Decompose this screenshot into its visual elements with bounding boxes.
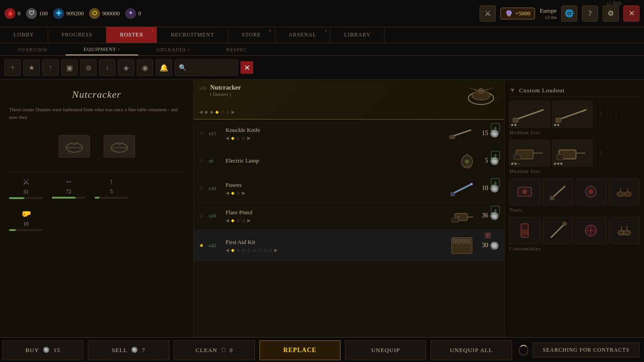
consumable-slot-4[interactable] — [609, 217, 640, 244]
clear-search-button[interactable]: ✕ — [240, 61, 253, 74]
consumable-slot-1[interactable] — [509, 217, 540, 244]
help-icon-btn[interactable]: ? — [582, 5, 598, 22]
close-icon-btn[interactable]: ✕ — [623, 5, 639, 22]
buy-button[interactable]: BUY 🔘 15 — [2, 340, 83, 360]
sell-button[interactable]: SELL 🔘 7 — [88, 340, 169, 360]
filter-ammo-btn[interactable]: ↑ — [42, 59, 59, 76]
list-item-knuckle-knife[interactable]: ☆ x15 Knuckle Knife ◀ ◆ ◇ ◇ ▶ — [194, 120, 504, 147]
alert-icon-first-aid-kit: ! — [485, 232, 491, 239]
tool-4-icon — [615, 183, 633, 201]
add-fusees-btn[interactable]: + — [491, 178, 500, 187]
duster-icon — [63, 139, 86, 154]
bloodbonds-icon: 💠 — [53, 8, 64, 19]
searching-button[interactable]: SEARCHING FOR CONTRACTS — [533, 343, 639, 357]
nav-prev-arrow[interactable]: ◀ — [199, 109, 203, 114]
list-item-flare-pistol[interactable]: ☆ x20 Flare Pistol ◀ ◆ ◇ ◇ ▶ — [194, 202, 504, 230]
filter-slot-btn[interactable]: ▣ — [61, 59, 77, 76]
boost-button[interactable]: 🔮 +5000 — [500, 8, 535, 19]
list-item-fusees[interactable]: ☆ x10 Fusees ◀ ◆ ◇ ▶ 10 🔘 — [194, 175, 504, 202]
dot8-first-aid-kit: ◇ — [269, 248, 272, 253]
globe-icon-btn[interactable]: 🌐 — [561, 5, 577, 22]
info-knuckle-knife: Knuckle Knife ◀ ◆ ◇ ◇ ▶ — [226, 127, 441, 140]
svg-rect-44 — [514, 154, 521, 160]
consumable-slot-3[interactable] — [576, 217, 607, 244]
unequip-button[interactable]: UNEQUIP — [345, 340, 426, 360]
tool-slot-2[interactable] — [543, 178, 574, 205]
filter-trait-btn[interactable]: ◈ — [118, 59, 134, 76]
svg-rect-33 — [458, 239, 461, 243]
next-knuckle-knife[interactable]: ▶ — [247, 136, 251, 140]
tab-lobby[interactable]: LOBBY — [0, 27, 48, 43]
subtab-respec[interactable]: RESPEC — [209, 43, 265, 55]
settings-icon-btn[interactable]: ⚙ — [603, 5, 619, 22]
list-item-electric-lamp[interactable]: ☆ x6 Electric Lamp 5 🔘 + — [194, 147, 504, 175]
range-bar-track — [95, 197, 128, 199]
subtab-equipment[interactable]: EQUIPMENT + — [66, 43, 139, 55]
damage-value: 31 — [23, 189, 29, 195]
subtab-overview[interactable]: OVERVIEW — [0, 43, 66, 55]
prev-knuckle-knife[interactable]: ◀ — [226, 136, 229, 140]
next-first-aid-kit[interactable]: ▶ — [274, 248, 278, 253]
tool-slot-4[interactable] — [609, 178, 640, 205]
prev-fusees[interactable]: ◀ — [226, 190, 229, 195]
filter-favorite-btn[interactable]: ★ — [23, 59, 40, 76]
medium-slot-2-accessory[interactable]: | — [595, 140, 608, 167]
consumable-slot-2[interactable] — [543, 217, 574, 244]
filter-element-btn[interactable]: ↓ — [99, 59, 115, 76]
medium-slot-1-row: | | — [509, 101, 639, 128]
add-knuckle-knife-btn[interactable]: + — [491, 123, 500, 132]
clean-button[interactable]: CLEAN ⬡ 0 — [174, 340, 255, 360]
tab-store[interactable]: STORE + — [228, 27, 275, 43]
featured-item-nutcracker[interactable]: x26 Nutcracker ( Dusters ) — [194, 80, 504, 120]
tab-arsenal[interactable]: ARSENAL + — [275, 27, 331, 43]
medium-slot-1-accessory2[interactable]: | — [610, 101, 622, 128]
center-panel[interactable]: x26 Nutcracker ( Dusters ) — [194, 80, 504, 337]
weapon-icon-1 — [59, 135, 90, 158]
medium-slot-1-accessory[interactable]: | — [595, 101, 608, 128]
next-fusees[interactable]: ▶ — [242, 190, 245, 195]
img-fusees — [446, 179, 477, 197]
ammo-first-aid-kit: 30 🔘 — [482, 241, 499, 250]
list-item-first-aid-kit[interactable]: ★ x42 First Aid Kit ◀ ◆ ◇ ◇ ◇ ◇ ◇ ◇ ◇ ▶ — [194, 230, 504, 262]
tab-progress[interactable]: PROGRESS — [48, 27, 107, 43]
dot3-flare-pistol: ◇ — [242, 218, 245, 223]
subtab-upgrades[interactable]: UPGRADES + — [138, 43, 208, 55]
tab-recruitment[interactable]: RECRUITMENT — [157, 27, 228, 43]
filter-alert-btn[interactable]: 🔔 — [156, 59, 172, 76]
prev-flare-pistol[interactable]: ◀ — [226, 218, 229, 223]
boost-value: +5000 — [515, 10, 530, 17]
bounty-icon: 🩸 — [5, 8, 15, 19]
tool-slot-1[interactable] — [509, 178, 540, 205]
medium-slot-1-variant[interactable] — [552, 101, 593, 128]
dot2-knuckle-knife: ◇ — [236, 136, 240, 140]
clean-currency-icon: ⬡ — [221, 347, 226, 353]
extra-bar-track — [9, 229, 43, 231]
duster-icon-2 — [108, 139, 131, 154]
replace-button[interactable]: REPLACE — [259, 340, 340, 360]
searching-section: SEARCHING FOR CONTRACTS — [514, 340, 644, 360]
svg-rect-40 — [513, 118, 518, 122]
dot5-first-aid-kit: ◇ — [253, 248, 256, 253]
nav-next-arrow[interactable]: ▶ — [231, 109, 235, 114]
prev-first-aid-kit[interactable]: ◀ — [226, 248, 229, 253]
tab-library[interactable]: LIBRARY — [331, 27, 385, 43]
medium-slot-2-variant[interactable] — [552, 140, 593, 167]
clean-label: CLEAN — [195, 347, 217, 354]
unequip-all-button[interactable]: UNEQUIP ALL — [431, 340, 512, 360]
img-electric-lamp — [449, 152, 481, 170]
filter-type-btn[interactable]: ⊚ — [80, 59, 96, 76]
medium-slot-2-main[interactable] — [509, 140, 550, 167]
filter-add-btn[interactable]: + — [5, 59, 21, 76]
tab-roster[interactable]: ROSTER + — [106, 27, 157, 43]
next-flare-pistol[interactable]: ▶ — [247, 218, 251, 223]
add-electric-lamp-btn[interactable]: + — [491, 151, 500, 160]
event-value: 0 — [138, 10, 141, 17]
name-first-aid-kit: First Aid Kit — [226, 239, 441, 246]
activity-icon-btn[interactable]: ⚔ — [480, 5, 496, 22]
svg-line-16 — [489, 88, 494, 89]
tool-slot-3[interactable] — [576, 178, 607, 205]
add-flare-pistol-btn[interactable]: + — [491, 206, 500, 215]
weapon-icon-2 — [104, 135, 135, 158]
filter-effect-btn[interactable]: ◉ — [137, 59, 153, 76]
medium-slot-1-main[interactable] — [509, 101, 550, 128]
